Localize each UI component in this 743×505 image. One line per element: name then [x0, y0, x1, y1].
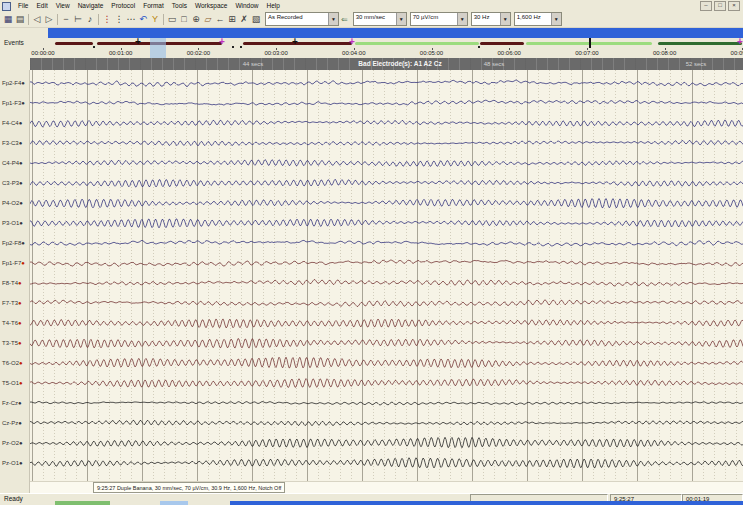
channel-label-fp2-f4[interactable]: Fp2-F4● — [2, 79, 25, 87]
channel-label-c3-p3[interactable]: C3-P3● — [2, 179, 23, 187]
event-segment[interactable] — [658, 42, 742, 45]
channel-label-t3-t5[interactable]: T3-T5● — [2, 339, 22, 347]
channel-label-fz-cz[interactable]: Fz-Cz● — [2, 399, 22, 407]
bad-electrodes-text: Bad Electrode(s): A1 A2 Cz — [358, 60, 441, 67]
channel-label-t5-o1[interactable]: T5-O1● — [2, 379, 23, 387]
time-label: 00:02:00 — [187, 50, 210, 56]
electrode-status-dot-icon: ● — [19, 160, 23, 166]
app-icon — [2, 2, 11, 11]
channel-label-pz-o1[interactable]: Pz-O1● — [2, 459, 23, 467]
channel-label-f4-c4[interactable]: F4-C4● — [2, 119, 22, 127]
channel-label-f3-c3[interactable]: F3-C3● — [2, 139, 22, 147]
marquee-icon[interactable]: ▭ — [166, 13, 178, 26]
menu-edit[interactable]: Edit — [32, 0, 51, 11]
event-segment[interactable] — [480, 42, 524, 45]
menu-format[interactable]: Format — [139, 0, 168, 11]
channel-label-fp1-f7[interactable]: Fp1-F7● — [2, 259, 25, 267]
chevron-down-icon[interactable]: ▼ — [396, 13, 406, 25]
music-note-icon[interactable]: ♪ — [84, 13, 96, 26]
save-icon[interactable]: ▦ — [2, 13, 14, 26]
channel-label-cz-pz[interactable]: Cz-Pz● — [2, 419, 22, 427]
chevron-down-icon[interactable]: ▼ — [551, 13, 561, 25]
event-segment[interactable] — [355, 42, 479, 45]
zoom-icon[interactable]: ⊕ — [190, 13, 202, 26]
menu-workspace[interactable]: Workspace — [191, 0, 231, 11]
back-arrow-icon[interactable]: ← — [214, 13, 226, 26]
toolbar-separator — [57, 14, 58, 25]
channel-label-c4-p4[interactable]: C4-P4● — [2, 159, 23, 167]
menu-view[interactable]: View — [52, 0, 74, 11]
montage-select[interactable]: As Recorded▼ — [265, 12, 339, 26]
segment-duration-text: 52 secs — [686, 61, 707, 67]
electrode-status-dot-icon: ● — [19, 460, 23, 466]
channel-label-p4-o2[interactable]: P4-O2● — [2, 199, 23, 207]
time-axis[interactable]: 00:00:0000:01:0000:02:0000:03:0000:04:00… — [0, 48, 743, 58]
event-bar-marker[interactable] — [589, 38, 591, 48]
menu-file[interactable]: File — [14, 0, 32, 11]
channel-label-fp1-f3[interactable]: Fp1-F3● — [2, 99, 25, 107]
sensitivity-select[interactable]: 70 µV/cm▼ — [410, 12, 468, 26]
menu-navigate[interactable]: Navigate — [74, 0, 108, 11]
y-scale-icon[interactable]: Y — [149, 13, 161, 26]
menu-protocol[interactable]: Protocol — [107, 0, 139, 11]
eraser-icon[interactable]: ▱ — [202, 13, 214, 26]
channel-name: Fz-Cz — [2, 400, 18, 406]
event-plus-marker[interactable]: + — [291, 36, 299, 48]
channel-label-pz-o2[interactable]: Pz-O2● — [2, 439, 23, 447]
menu-help[interactable]: Help — [263, 0, 284, 11]
event-plus-marker[interactable]: + — [736, 36, 743, 48]
events-timeline[interactable]: Events +++++ — [0, 38, 743, 48]
close-button[interactable]: × — [728, 1, 740, 11]
channel-name: C3-P3 — [2, 180, 19, 186]
page-forward-icon[interactable]: ▷ — [43, 13, 55, 26]
channel-label-t6-o2[interactable]: T6-O2● — [2, 359, 23, 367]
chevron-down-icon[interactable]: ▼ — [500, 13, 510, 25]
undo-icon[interactable]: ↶ — [137, 13, 149, 26]
dots-sparse-icon[interactable]: ⋮ — [101, 13, 113, 26]
time-label: 00:08:00 — [653, 50, 676, 56]
electrode-status-dot-icon: ● — [18, 300, 22, 306]
chevron-down-icon[interactable]: ▼ — [457, 13, 467, 25]
channel-name: Cz-Pz — [2, 420, 18, 426]
event-segment[interactable] — [55, 42, 93, 45]
menu-tools[interactable]: Tools — [168, 0, 191, 11]
channel-label-fp2-f8[interactable]: Fp2-F8● — [2, 239, 25, 247]
rectangle-icon[interactable]: □ — [178, 13, 190, 26]
minus-icon[interactable]: − — [60, 13, 72, 26]
status-strip-green — [55, 501, 110, 505]
status-strip-lightblue — [160, 501, 188, 505]
event-plus-marker[interactable]: + — [134, 36, 142, 48]
cut-icon[interactable]: ✗ — [238, 13, 250, 26]
apply-arrow-icon[interactable]: ⇐ — [341, 15, 348, 24]
chart-icon[interactable]: ▧ — [250, 13, 262, 26]
high-filter-select[interactable]: 1,600 Hz▼ — [514, 12, 562, 26]
dots-horizontal-icon[interactable]: ⋯ — [125, 13, 137, 26]
event-plus-marker[interactable]: + — [348, 36, 356, 48]
status-strip-blue — [230, 501, 743, 505]
channel-name: P4-O2 — [2, 200, 19, 206]
low-filter-select[interactable]: 30 Hz▼ — [471, 12, 511, 26]
channel-label-f8-t4[interactable]: F8-T4● — [2, 279, 22, 287]
page-back-icon[interactable]: ◁ — [31, 13, 43, 26]
channel-label-t4-t6[interactable]: T4-T6● — [2, 319, 22, 327]
eeg-trace-area[interactable]: Fp2-F4●Fp1-F3●F4-C4●F3-C3●C4-P4●C3-P3●P4… — [0, 70, 743, 493]
restore-button[interactable]: □ — [714, 1, 726, 11]
channel-name: Fp1-F3 — [2, 100, 21, 106]
minimize-button[interactable]: – — [700, 1, 712, 11]
page-settings-annotation: 9:25:27 Duple Banana, 30 mm/sec, 70 µV/c… — [93, 482, 285, 493]
speed-select[interactable]: 30 mm/sec▼ — [353, 12, 407, 26]
print-icon[interactable]: ▤ — [14, 13, 26, 26]
channel-label-p3-o1[interactable]: P3-O1● — [2, 219, 23, 227]
menu-window[interactable]: Window — [231, 0, 262, 11]
eeg-application-window: FileEditViewNavigateProtocolFormatToolsW… — [0, 0, 743, 505]
eeg-traces-canvas[interactable] — [30, 70, 743, 481]
dots-dense-icon[interactable]: ⋮ — [113, 13, 125, 26]
event-plus-marker[interactable]: + — [218, 36, 226, 48]
grid-icon[interactable]: ⊞ — [226, 13, 238, 26]
electrode-status-dot-icon: ● — [21, 100, 25, 106]
channel-label-f7-t3[interactable]: F7-T3● — [2, 299, 22, 307]
electrode-status-dot-icon: ● — [19, 180, 23, 186]
measure-icon[interactable]: ⊢ — [72, 13, 84, 26]
chevron-down-icon[interactable]: ▼ — [328, 13, 338, 25]
time-label: 00:06:00 — [498, 50, 521, 56]
